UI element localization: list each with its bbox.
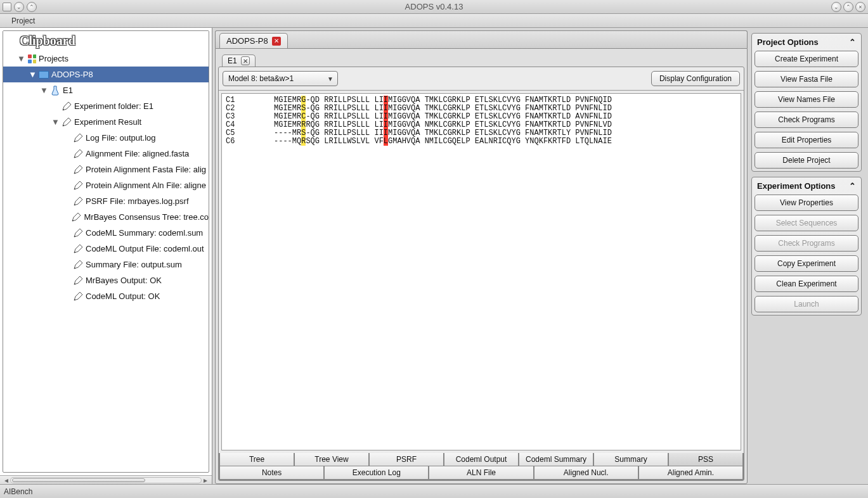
expand-icon[interactable]: ▼ xyxy=(17,54,25,63)
pencil-icon xyxy=(73,133,83,143)
tree-file-item[interactable]: MrBayes Consensus Tree: tree.co xyxy=(3,209,209,225)
bottom-tab[interactable]: Notes xyxy=(219,466,324,480)
bottom-tab[interactable]: Aligned Amin. xyxy=(638,466,743,480)
display-configuration-button[interactable]: Display Configuration xyxy=(651,71,740,86)
bottom-tab[interactable]: Codeml Output xyxy=(444,453,519,466)
pencil-icon xyxy=(71,212,81,222)
tree-project-adops[interactable]: ▼ ADOPS-P8 xyxy=(3,67,209,82)
bottom-tab[interactable]: Aligned Nucl. xyxy=(534,466,638,480)
tree-label: MrBayes Consensus Tree: tree.co xyxy=(84,212,209,222)
project-option-button[interactable]: View Fasta File xyxy=(755,71,858,87)
tree-file-item[interactable]: CodeML Output File: codeml.out xyxy=(3,241,209,257)
titlebar-up-icon[interactable]: ⌃ xyxy=(27,2,37,12)
pencil-icon xyxy=(73,228,83,238)
expand-icon[interactable]: ▼ xyxy=(29,70,36,79)
experiment-option-button[interactable]: Clean Experiment xyxy=(755,276,858,292)
svg-rect-3 xyxy=(33,60,36,63)
tree-file-item[interactable]: Protein Alignment Aln File: aligne xyxy=(3,177,209,193)
tree-label: Protein Alignment Aln File: aligne xyxy=(86,181,206,190)
minimize-button[interactable]: ⌄ xyxy=(831,2,841,12)
content-area: Model 8: beta&w>1 ▼ Display Configuratio… xyxy=(218,67,744,481)
bottom-tab-row-2: NotesExecution LogALN FileAligned Nucl.A… xyxy=(219,466,743,480)
experiment-option-button: Launch xyxy=(755,296,858,312)
bottom-tab[interactable]: ALN File xyxy=(429,466,533,480)
sequence-row: C6----MQRSQG LRILLWSLVL VFLGMAHVQA NMILC… xyxy=(226,137,737,146)
pencil-icon xyxy=(73,149,83,159)
menubar: Project xyxy=(0,14,868,28)
scroll-track[interactable] xyxy=(10,477,202,483)
tree-file-item[interactable]: MrBayes Output: OK xyxy=(3,272,209,288)
bottom-tab-row-1: TreeTree ViewPSRFCodeml OutputCodeml Sum… xyxy=(219,453,743,466)
collapse-icon[interactable]: ⌃ xyxy=(849,37,856,47)
folder-icon xyxy=(39,70,49,80)
scroll-right-icon[interactable]: ▸ xyxy=(202,476,209,485)
panel-header[interactable]: Experiment Options ⌃ xyxy=(755,180,858,195)
tab-adops-p8[interactable]: ADOPS-P8 ✕ xyxy=(219,33,288,48)
experiment-option-button[interactable]: View Properties xyxy=(755,195,858,211)
bottom-tab[interactable]: Codeml Summary xyxy=(519,453,593,466)
pencil-icon xyxy=(73,260,83,270)
tree-label: CodeML Output: OK xyxy=(86,291,160,301)
bottom-tab[interactable]: Tree xyxy=(219,453,294,466)
close-tab-button[interactable]: ✕ xyxy=(241,56,250,65)
titlebar-left-icons: ⌄ ⌃ xyxy=(0,2,37,12)
tree-experiment-result[interactable]: ▼ Experiment Result xyxy=(3,114,209,130)
tree-file-item[interactable]: Protein Alignment Fasta File: alig xyxy=(3,162,209,177)
tree-experiment-folder[interactable]: Experiment folder: E1 xyxy=(3,98,209,114)
bottom-tab-bar: TreeTree ViewPSRFCodeml OutputCodeml Sum… xyxy=(219,453,744,480)
tree-file-item[interactable]: Log File: output.log xyxy=(3,130,209,146)
sidebar-horizontal-scrollbar[interactable]: ◂ ▸ xyxy=(0,475,212,484)
bottom-tab[interactable]: PSS xyxy=(668,453,743,466)
tree-label: CodeML Output File: codeml.out xyxy=(86,244,204,253)
tree-file-item[interactable]: CodeML Output: OK xyxy=(3,288,209,304)
bottom-tab[interactable]: Execution Log xyxy=(324,466,429,480)
flask-icon xyxy=(50,86,60,96)
expand-icon[interactable]: ▼ xyxy=(51,117,59,127)
svg-rect-2 xyxy=(28,60,32,63)
titlebar-down-icon[interactable]: ⌄ xyxy=(14,2,24,12)
tree-root-projects[interactable]: ▼ Projects xyxy=(3,51,209,67)
workspace: Clipboard ▼ Projects ▼ ADOPS-P8 ▼ xyxy=(0,28,868,484)
experiment-option-button[interactable]: Copy Experiment xyxy=(755,255,858,272)
tree-label: PSRF File: mrbayes.log.psrf xyxy=(86,196,189,206)
pencil-icon xyxy=(73,196,83,207)
project-tree: ▼ Projects ▼ ADOPS-P8 ▼ E1 xyxy=(3,49,209,308)
outer-tab-bar: ADOPS-P8 ✕ xyxy=(215,30,748,48)
tree-label: Projects xyxy=(39,54,68,63)
collapse-icon[interactable]: ⌃ xyxy=(849,181,856,191)
pencil-icon xyxy=(73,244,83,254)
project-option-button[interactable]: Delete Project xyxy=(755,152,858,169)
sequence-alignment-panel: C1MGIEMRG-QD RRILLPSLLL LIIMIGGVQA TMKLC… xyxy=(221,93,741,450)
tree-label: CodeML Summary: codeml.sum xyxy=(86,228,203,238)
experiment-option-button: Check Programs xyxy=(755,235,858,252)
project-option-button[interactable]: View Names File xyxy=(755,91,858,108)
bottom-tab[interactable]: Summary xyxy=(593,453,668,466)
pencil-icon xyxy=(62,117,72,127)
close-tab-button[interactable]: ✕ xyxy=(272,37,281,46)
tree-file-item[interactable]: Summary File: output.sum xyxy=(3,257,209,272)
panel-title: Experiment Options xyxy=(757,181,836,191)
expand-icon[interactable]: ▼ xyxy=(40,86,48,95)
project-option-button[interactable]: Edit Properties xyxy=(755,132,858,148)
scroll-thumb[interactable] xyxy=(12,478,145,482)
menu-project[interactable]: Project xyxy=(6,15,40,27)
tree-experiment-e1[interactable]: ▼ E1 xyxy=(3,82,209,98)
model-dropdown[interactable]: Model 8: beta&w>1 ▼ xyxy=(223,71,338,86)
tree-file-item[interactable]: CodeML Summary: codeml.sum xyxy=(3,225,209,241)
tree-file-item[interactable]: PSRF File: mrbayes.log.psrf xyxy=(3,193,209,209)
scroll-left-icon[interactable]: ◂ xyxy=(3,476,10,485)
bottom-tab[interactable]: PSRF xyxy=(369,453,444,466)
bottom-tab[interactable]: Tree View xyxy=(294,453,369,466)
close-window-button[interactable]: × xyxy=(855,2,865,12)
experiment-options-panel: Experiment Options ⌃ View PropertiesSele… xyxy=(751,177,862,316)
project-option-button[interactable]: Check Programs xyxy=(755,112,858,128)
maximize-button[interactable]: ⌃ xyxy=(843,2,853,12)
tab-label: ADOPS-P8 xyxy=(226,36,268,46)
tree-label: Log File: output.log xyxy=(86,133,156,143)
panel-title: Project Options xyxy=(757,37,819,47)
panel-header[interactable]: Project Options ⌃ xyxy=(755,36,858,51)
tab-e1[interactable]: E1 ✕ xyxy=(222,54,256,67)
project-option-button[interactable]: Create Experiment xyxy=(755,51,858,67)
tree-file-item[interactable]: Alignment File: aligned.fasta xyxy=(3,146,209,162)
sidebar-panel: Clipboard ▼ Projects ▼ ADOPS-P8 ▼ xyxy=(3,30,209,473)
